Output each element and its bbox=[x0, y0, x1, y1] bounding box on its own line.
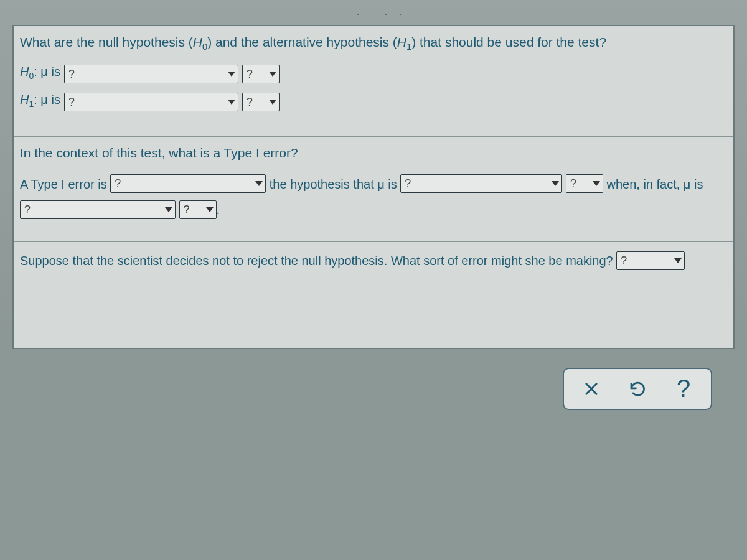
chevron-down-icon bbox=[206, 207, 214, 212]
prompt-type1: In the context of this test, what is a T… bbox=[20, 143, 727, 163]
h0-row: H0: μ is ? ? bbox=[20, 61, 727, 86]
close-icon bbox=[583, 380, 600, 398]
question-icon: ? bbox=[677, 375, 690, 403]
text-fragment: A Type I error is bbox=[20, 177, 110, 190]
dropdown-value: ? bbox=[247, 63, 265, 85]
text-fragment: when, in fact, μ is bbox=[606, 177, 703, 190]
h0-relation-dropdown[interactable]: ? bbox=[64, 65, 238, 83]
reset-button[interactable] bbox=[625, 375, 650, 403]
text-fragment: . bbox=[217, 203, 220, 217]
help-button[interactable]: ? bbox=[671, 375, 696, 403]
page-root: questions below: What are the null hypot… bbox=[0, 0, 747, 560]
decision-sentence: Suppose that the scientist decides not t… bbox=[20, 247, 727, 273]
chevron-down-icon bbox=[255, 181, 263, 186]
chevron-down-icon bbox=[228, 100, 235, 105]
text-fragment: the hypothesis that μ is bbox=[270, 177, 401, 190]
type1-hyp-relation-dropdown[interactable]: ? bbox=[400, 174, 562, 193]
dropdown-value: ? bbox=[621, 248, 670, 273]
dropdown-value: ? bbox=[68, 63, 224, 85]
h0-subscript: 0 bbox=[202, 42, 207, 52]
dropdown-value: ? bbox=[115, 171, 251, 196]
section-hypotheses: What are the null hypothesis (H0) and th… bbox=[14, 26, 733, 137]
chevron-down-icon bbox=[269, 100, 276, 105]
undo-icon bbox=[628, 380, 647, 398]
section-type1: In the context of this test, what is a T… bbox=[14, 137, 733, 242]
chevron-down-icon bbox=[674, 258, 682, 263]
chevron-down-icon bbox=[269, 72, 276, 77]
h1-symbol: H bbox=[397, 35, 406, 49]
chevron-down-icon bbox=[165, 207, 172, 212]
dropdown-value: ? bbox=[247, 91, 265, 113]
top-fragment-text: questions below: bbox=[12, 12, 735, 15]
prompt-decision: Suppose that the scientist decides not t… bbox=[20, 254, 613, 268]
toolbar-container: ? bbox=[12, 368, 735, 410]
h1-row: H1: μ is ? ? bbox=[20, 89, 727, 114]
chevron-down-icon bbox=[593, 181, 600, 186]
h1-value-dropdown[interactable]: ? bbox=[242, 93, 280, 111]
h1-subscript: 1 bbox=[406, 42, 411, 52]
h0-label: H0: μ is bbox=[20, 61, 60, 86]
dropdown-value: ? bbox=[68, 91, 224, 113]
h0-H: H bbox=[20, 65, 29, 78]
type1-sentence: A Type I error is ? the hypothesis that … bbox=[20, 170, 727, 222]
prompt-text: ) and the alternative hypothesis ( bbox=[207, 35, 397, 49]
dropdown-value: ? bbox=[184, 197, 202, 222]
type1-hyp-value-dropdown[interactable]: ? bbox=[566, 174, 603, 193]
question-card: What are the null hypothesis (H0) and th… bbox=[12, 25, 735, 349]
error-type-dropdown[interactable]: ? bbox=[616, 251, 685, 270]
type1-fact-value-dropdown[interactable]: ? bbox=[179, 200, 217, 219]
h1-post: : μ is bbox=[34, 93, 60, 106]
toolbar: ? bbox=[563, 368, 712, 410]
chevron-down-icon bbox=[228, 72, 235, 77]
h1-label: H1: μ is bbox=[20, 89, 60, 114]
h0-value-dropdown[interactable]: ? bbox=[242, 65, 280, 83]
h0-post: : μ is bbox=[34, 65, 60, 78]
h1-H: H bbox=[20, 93, 29, 106]
h1-relation-dropdown[interactable]: ? bbox=[64, 93, 238, 111]
dropdown-value: ? bbox=[570, 171, 589, 196]
type1-action-dropdown[interactable]: ? bbox=[110, 174, 266, 193]
h0-symbol: H bbox=[193, 35, 202, 49]
dropdown-value: ? bbox=[405, 171, 548, 196]
clear-button[interactable] bbox=[579, 375, 604, 403]
prompt-text: What are the null hypothesis ( bbox=[20, 35, 193, 49]
chevron-down-icon bbox=[552, 181, 559, 186]
prompt-hypotheses: What are the null hypothesis (H0) and th… bbox=[20, 32, 727, 54]
prompt-text: ) that should be used for the test? bbox=[411, 35, 606, 49]
dropdown-value: ? bbox=[24, 197, 161, 222]
type1-fact-relation-dropdown[interactable]: ? bbox=[20, 200, 176, 219]
section-decision: Suppose that the scientist decides not t… bbox=[14, 242, 733, 348]
